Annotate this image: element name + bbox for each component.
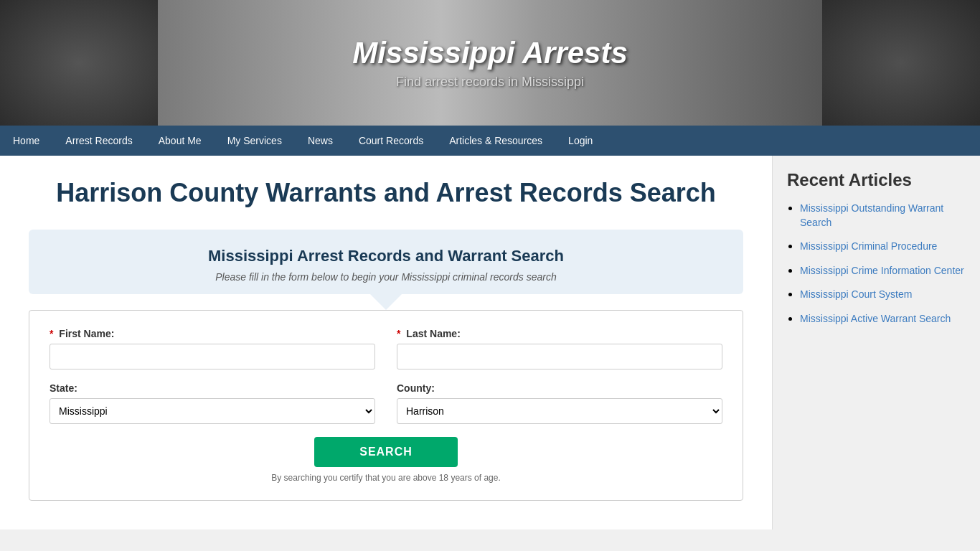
- form-note: By searching you certify that you are ab…: [50, 473, 722, 483]
- search-box-title: Mississippi Arrest Records and Warrant S…: [50, 247, 722, 265]
- list-item: Mississippi Court System: [800, 288, 966, 302]
- article-link-1[interactable]: Mississippi Outstanding Warrant Search: [800, 202, 943, 228]
- nav-arrest-records[interactable]: Arrest Records: [52, 126, 145, 156]
- form-group-firstname: * First Name:: [50, 328, 375, 369]
- first-name-input[interactable]: [50, 344, 375, 369]
- first-name-label: * First Name:: [50, 328, 375, 339]
- nav-news[interactable]: News: [295, 126, 346, 156]
- state-select[interactable]: Mississippi: [50, 398, 375, 424]
- site-header: Mississippi Arrests Find arrest records …: [0, 0, 980, 126]
- nav-about-me[interactable]: About Me: [146, 126, 215, 156]
- list-item: Mississippi Crime Information Center: [800, 264, 966, 278]
- nav-home[interactable]: Home: [0, 126, 52, 156]
- last-name-label: * Last Name:: [397, 328, 722, 339]
- nav-court-records[interactable]: Court Records: [346, 126, 436, 156]
- nav-my-services[interactable]: My Services: [215, 126, 295, 156]
- article-link-4[interactable]: Mississippi Court System: [800, 288, 912, 300]
- article-link-5[interactable]: Mississippi Active Warrant Search: [800, 313, 951, 324]
- page-heading: Harrison County Warrants and Arrest Reco…: [29, 177, 743, 208]
- site-title: Mississippi Arrests: [352, 36, 628, 70]
- form-group-state: State: Mississippi: [50, 382, 375, 424]
- form-group-lastname: * Last Name:: [397, 328, 722, 369]
- form-row-names: * First Name: * Last Name:: [50, 328, 722, 369]
- search-button[interactable]: SEARCH: [314, 437, 458, 467]
- sidebar-title: Recent Articles: [787, 170, 966, 190]
- sidebar: Recent Articles Mississippi Outstanding …: [772, 156, 980, 529]
- search-form-container: * First Name: * Last Name: State:: [29, 310, 743, 501]
- form-group-county: County: Harrison: [397, 382, 722, 424]
- article-link-2[interactable]: Mississippi Criminal Procedure: [800, 240, 937, 252]
- recent-articles-list: Mississippi Outstanding Warrant Search M…: [787, 202, 966, 326]
- article-link-3[interactable]: Mississippi Crime Information Center: [800, 265, 964, 276]
- page-body: Harrison County Warrants and Arrest Reco…: [0, 156, 980, 529]
- list-item: Mississippi Active Warrant Search: [800, 312, 966, 326]
- list-item: Mississippi Criminal Procedure: [800, 240, 966, 254]
- nav-login[interactable]: Login: [555, 126, 606, 156]
- site-subtitle: Find arrest records in Mississippi: [396, 75, 584, 90]
- last-name-input[interactable]: [397, 344, 722, 369]
- search-box-subtitle: Please fill in the form below to begin y…: [50, 271, 722, 283]
- main-nav: Home Arrest Records About Me My Services…: [0, 126, 980, 156]
- nav-articles-resources[interactable]: Articles & Resources: [436, 126, 555, 156]
- search-info-box: Mississippi Arrest Records and Warrant S…: [29, 230, 743, 294]
- arrow-down-indicator: [370, 294, 402, 310]
- state-label: State:: [50, 382, 375, 394]
- header-hands-right: [822, 0, 980, 126]
- required-star-lastname: *: [397, 328, 400, 339]
- county-label: County:: [397, 382, 722, 394]
- main-content: Harrison County Warrants and Arrest Reco…: [0, 156, 772, 529]
- list-item: Mississippi Outstanding Warrant Search: [800, 202, 966, 230]
- header-hands-left: [0, 0, 158, 126]
- form-row-location: State: Mississippi County: Harrison: [50, 382, 722, 424]
- required-star-firstname: *: [50, 328, 53, 339]
- county-select[interactable]: Harrison: [397, 398, 722, 424]
